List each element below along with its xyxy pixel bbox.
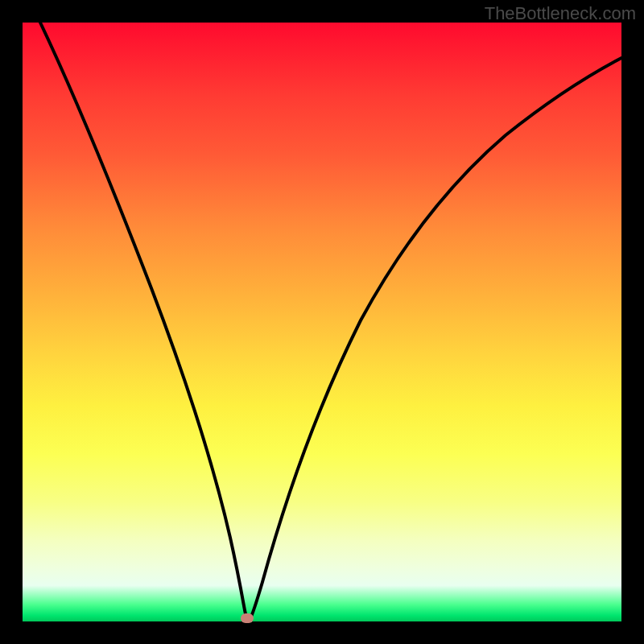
optimum-marker — [241, 613, 254, 623]
plot-area — [23, 23, 621, 621]
attribution-label: TheBottleneck.com — [485, 3, 636, 24]
curve-path — [40, 23, 621, 620]
bottleneck-curve — [23, 23, 621, 621]
